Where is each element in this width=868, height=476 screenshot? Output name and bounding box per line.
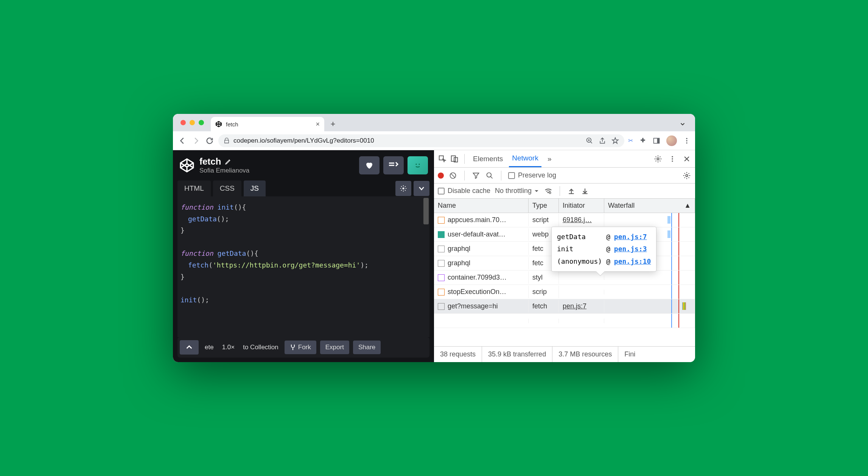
back-button[interactable]	[177, 136, 187, 146]
tabs-dropdown-button[interactable]	[678, 119, 688, 129]
search-icon[interactable]	[485, 171, 494, 180]
share-icon[interactable]	[599, 137, 606, 145]
lock-icon	[224, 138, 230, 144]
preserve-log-checkbox[interactable]: Preserve log	[508, 171, 556, 179]
tab-html[interactable]: HTML	[177, 180, 211, 196]
network-conditions-icon[interactable]	[544, 187, 553, 196]
edit-title-icon[interactable]	[225, 158, 232, 165]
file-type-icon	[438, 260, 445, 267]
code-punct: );	[360, 261, 369, 269]
zoom-level[interactable]: 1.0×	[220, 341, 237, 354]
svg-rect-13	[451, 156, 456, 161]
user-avatar[interactable]	[408, 156, 428, 174]
col-type[interactable]: Type	[529, 199, 559, 213]
browser-toolbar: codepen.io/sofiayem/pen/LYdGvLg?editors=…	[173, 131, 695, 150]
fork-button[interactable]: Fork	[285, 341, 316, 354]
at-sign: @	[606, 243, 610, 255]
col-waterfall[interactable]: Waterfall ▲	[604, 199, 695, 213]
throttling-label: No throttling	[495, 187, 532, 195]
file-type-icon	[438, 217, 445, 224]
svg-point-9	[291, 345, 292, 346]
svg-point-21	[686, 174, 688, 177]
request-type: scrip	[529, 286, 559, 298]
network-settings-icon[interactable]	[682, 171, 691, 180]
address-bar[interactable]: codepen.io/sofiayem/pen/LYdGvLg?editors=…	[218, 134, 624, 147]
col-initiator[interactable]: Initiator	[559, 199, 604, 213]
stack-source-link[interactable]: pen.js:7	[614, 231, 647, 243]
svg-point-10	[294, 345, 295, 346]
checkbox-icon	[508, 172, 515, 179]
stack-source-link[interactable]: pen.js:3	[614, 243, 647, 255]
profile-avatar[interactable]	[666, 135, 677, 146]
network-row[interactable]: container.7099d3…styl	[434, 271, 695, 285]
browser-window: fetch × + codepen.io/sofiayem/pen/LYdGvL…	[173, 114, 695, 362]
export-button[interactable]: Export	[320, 341, 349, 354]
tab-more[interactable]: »	[544, 151, 555, 167]
tab-css[interactable]: CSS	[213, 180, 241, 196]
console-toggle-button[interactable]	[180, 340, 199, 355]
tab-elements[interactable]: Elements	[470, 151, 506, 167]
editor-settings-button[interactable]	[395, 181, 411, 196]
network-row[interactable]: get?message=hifetchpen.js:7	[434, 299, 695, 314]
svg-point-18	[672, 160, 673, 162]
network-row[interactable]: stopExecutionOn…scrip	[434, 285, 695, 299]
code-punct: (){	[246, 249, 258, 257]
checkbox-icon	[438, 188, 445, 194]
stack-source-link[interactable]: pen.js:10	[614, 255, 651, 268]
sidepanel-icon[interactable]	[653, 137, 660, 145]
export-har-icon[interactable]	[580, 187, 590, 196]
network-row[interactable]: appcues.main.70…script69186.j…	[434, 213, 695, 227]
clear-button[interactable]	[448, 171, 457, 180]
disable-cache-checkbox[interactable]: Disable cache	[438, 187, 490, 195]
code-punct: }	[180, 226, 185, 234]
svg-point-20	[487, 173, 492, 177]
codepen-footer: ete 1.0× to Collection Fork Export Share	[177, 337, 429, 358]
new-tab-button[interactable]: +	[327, 118, 339, 130]
pen-author[interactable]: Sofia Emelianova	[199, 167, 249, 174]
editor-dropdown-button[interactable]	[414, 181, 429, 196]
scrollbar-thumb[interactable]	[423, 198, 429, 224]
reload-button[interactable]	[205, 136, 215, 146]
svg-point-4	[686, 140, 687, 141]
browser-tab[interactable]: fetch ×	[211, 117, 324, 131]
filter-icon[interactable]	[471, 171, 481, 180]
network-toolbar: Preserve log	[434, 168, 695, 184]
tab-js[interactable]: JS	[244, 180, 266, 196]
code-fn-name: init	[218, 203, 234, 211]
col-name[interactable]: Name	[434, 199, 529, 213]
code-editor[interactable]: function init(){ getData(); } function g…	[177, 196, 429, 337]
close-window-button[interactable]	[180, 120, 186, 125]
initiator-link[interactable]: 69186.j…	[563, 216, 592, 224]
devtools-close-icon[interactable]	[682, 154, 691, 163]
code-string: 'https://httpbin.org/get?message=hi'	[213, 261, 360, 269]
request-type: script	[529, 214, 559, 226]
code-punct: (){	[234, 203, 246, 211]
codepen-panel: fetch Sofia Emelianova HTML CSS JS	[173, 150, 434, 362]
waterfall-cell	[604, 299, 695, 313]
record-button[interactable]	[438, 173, 444, 179]
initiator-link[interactable]: pen.js:7	[563, 302, 586, 310]
menu-icon[interactable]	[683, 137, 691, 145]
maximize-window-button[interactable]	[199, 120, 204, 125]
bookmark-icon[interactable]	[611, 137, 619, 145]
love-button[interactable]	[359, 156, 380, 174]
minimize-window-button[interactable]	[190, 120, 195, 125]
add-to-collection-button[interactable]: to Collection	[241, 341, 281, 354]
throttling-select[interactable]: No throttling	[495, 187, 539, 195]
forward-button[interactable]	[191, 136, 201, 146]
waterfall-cell	[604, 285, 695, 299]
layout-button[interactable]	[383, 156, 404, 174]
share-button[interactable]: Share	[353, 341, 381, 354]
devtools-menu-icon[interactable]	[668, 154, 677, 163]
device-mode-icon[interactable]	[450, 154, 459, 163]
close-tab-button[interactable]: ×	[316, 120, 320, 128]
zoom-icon[interactable]	[586, 137, 593, 145]
tab-network[interactable]: Network	[509, 150, 541, 167]
inspect-icon[interactable]	[438, 154, 447, 163]
extensions-icon[interactable]	[639, 137, 647, 145]
status-transferred: 35.9 kB transferred	[482, 347, 552, 362]
import-har-icon[interactable]	[567, 187, 576, 196]
scissors-extension-icon[interactable]: ✂	[628, 137, 633, 144]
devtools-settings-icon[interactable]	[653, 154, 663, 163]
devtools-panel: Elements Network » Preserve log	[434, 150, 695, 362]
